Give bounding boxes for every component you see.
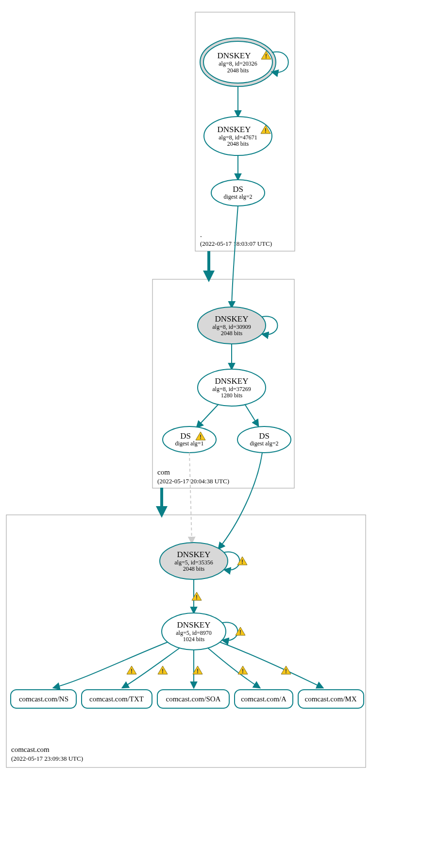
- svg-text:alg=8, id=20326: alg=8, id=20326: [219, 60, 257, 67]
- svg-text:digest alg=1: digest alg=1: [175, 440, 203, 447]
- svg-text:2048 bits: 2048 bits: [227, 140, 249, 147]
- edge-zsk-to-ns: [53, 642, 168, 688]
- edge-com-zsk-to-ds2: [245, 404, 258, 426]
- svg-text:DNSKEY: DNSKEY: [218, 51, 251, 60]
- svg-text:DS: DS: [180, 431, 191, 441]
- svg-text:2048 bits: 2048 bits: [227, 67, 249, 74]
- edge-com-zsk-to-ds1: [197, 404, 219, 427]
- warning-icon: [158, 666, 168, 675]
- svg-text:comcast.com/A: comcast.com/A: [241, 695, 287, 703]
- zone-root-timestamp: (2022-05-17 18:03:07 UTC): [200, 240, 272, 247]
- svg-text:DNSKEY: DNSKEY: [177, 550, 211, 559]
- zone-comcast-timestamp: (2022-05-17 23:09:38 UTC): [11, 755, 83, 762]
- edge-zsk-to-mx: [220, 642, 323, 688]
- edge-root-ds-to-com-ksk: [232, 206, 238, 307]
- svg-text:1024 bits: 1024 bits: [183, 636, 205, 643]
- svg-text:alg=5, id=8970: alg=5, id=8970: [176, 630, 212, 636]
- node-root-zsk: DNSKEY alg=8, id=47671 2048 bits: [204, 117, 272, 155]
- node-com-ds1: DS digest alg=1: [163, 426, 216, 453]
- rr-a: comcast.com/A: [235, 690, 293, 708]
- rr-soa: comcast.com/SOA: [157, 690, 229, 708]
- rr-txt: comcast.com/TXT: [82, 690, 152, 708]
- svg-text:DNSKEY: DNSKEY: [215, 314, 249, 323]
- warning-icon: [127, 666, 136, 675]
- zone-com-label: com: [157, 468, 170, 476]
- svg-text:alg=8, id=30909: alg=8, id=30909: [212, 323, 251, 330]
- svg-text:2048 bits: 2048 bits: [221, 330, 243, 337]
- zone-root-label: .: [200, 231, 202, 238]
- svg-text:comcast.com/MX: comcast.com/MX: [304, 695, 356, 703]
- edge-zsk-to-a: [208, 648, 260, 688]
- zone-comcast-label: comcast.com: [11, 746, 50, 753]
- svg-text:DNSKEY: DNSKEY: [177, 620, 211, 630]
- svg-text:digest alg=2: digest alg=2: [223, 193, 252, 200]
- node-root-ds: DS digest alg=2: [211, 180, 265, 206]
- svg-text:DS: DS: [259, 431, 270, 441]
- svg-text:alg=8, id=37269: alg=8, id=37269: [212, 386, 251, 392]
- dnssec-graph: ! . (2022-05-17 18:03:07 UTC) DNSKEY alg…: [0, 0, 422, 868]
- svg-text:comcast.com/TXT: comcast.com/TXT: [89, 695, 144, 703]
- warning-icon: [238, 666, 248, 675]
- svg-text:alg=8, id=47671: alg=8, id=47671: [219, 134, 257, 141]
- edge-ds2-to-cc-ksk: [219, 453, 262, 549]
- svg-text:DNSKEY: DNSKEY: [218, 125, 251, 134]
- node-com-ds2: DS digest alg=2: [237, 426, 291, 453]
- rr-ns: comcast.com/NS: [11, 690, 76, 708]
- svg-text:comcast.com/NS: comcast.com/NS: [19, 695, 68, 703]
- warning-icon: [281, 666, 291, 675]
- svg-text:1280 bits: 1280 bits: [221, 392, 243, 399]
- node-cc-zsk: DNSKEY alg=5, id=8970 1024 bits: [162, 613, 245, 650]
- svg-text:2048 bits: 2048 bits: [183, 565, 205, 572]
- node-com-ksk: DNSKEY alg=8, id=30909 2048 bits: [198, 307, 278, 344]
- svg-text:comcast.com/SOA: comcast.com/SOA: [166, 695, 221, 703]
- node-cc-ksk: DNSKEY alg=5, id=35356 2048 bits: [160, 543, 247, 579]
- svg-text:DS: DS: [233, 185, 243, 194]
- edge-ds1-to-cc-ksk: [189, 453, 192, 543]
- rr-mx: comcast.com/MX: [298, 690, 364, 708]
- node-root-ksk: DNSKEY alg=8, id=20326 2048 bits: [200, 38, 288, 86]
- svg-text:alg=5, id=35356: alg=5, id=35356: [174, 559, 213, 566]
- node-com-zsk: DNSKEY alg=8, id=37269 1280 bits: [198, 369, 266, 406]
- zone-com-timestamp: (2022-05-17 20:04:38 UTC): [157, 477, 229, 485]
- svg-text:DNSKEY: DNSKEY: [215, 376, 249, 386]
- svg-text:digest alg=2: digest alg=2: [250, 440, 278, 447]
